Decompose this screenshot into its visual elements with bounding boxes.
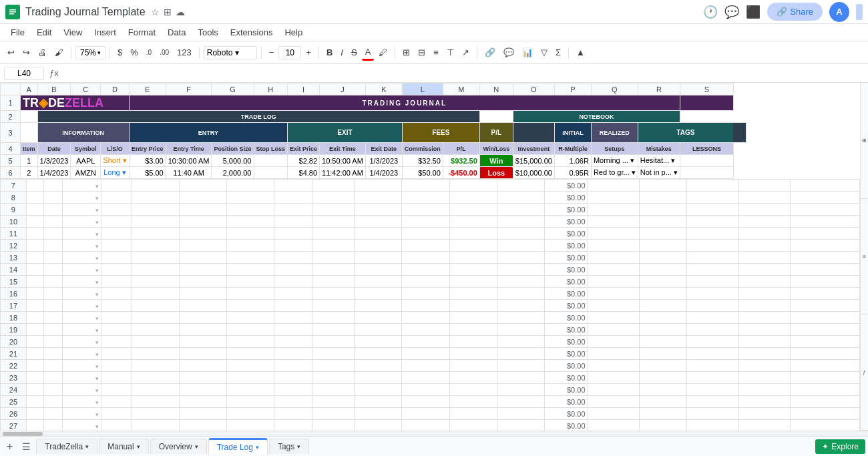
italic-button[interactable]: I bbox=[337, 45, 347, 59]
tab-tags[interactable]: Tags ▾ bbox=[269, 439, 309, 454]
user-avatar[interactable]: A bbox=[829, 2, 849, 22]
filter-button[interactable]: ▽ bbox=[537, 45, 551, 59]
right-panel-toggle[interactable] bbox=[856, 4, 863, 20]
scrollbar-thumb[interactable] bbox=[3, 432, 43, 436]
explore-button[interactable]: ✦ Explore bbox=[815, 439, 865, 454]
tab-overview-arrow: ▾ bbox=[195, 443, 198, 450]
pl-header: P/L bbox=[479, 123, 513, 143]
table-row: 10▾$0.00 bbox=[1, 216, 860, 228]
undo-button[interactable]: ↩ bbox=[4, 45, 18, 59]
text-rotate-button[interactable]: ↗ bbox=[459, 45, 473, 59]
spreadsheet-table: A B C D E F G H I J K L M N O bbox=[0, 83, 747, 179]
menu-data[interactable]: Data bbox=[162, 25, 191, 39]
sidebar-formula-btn[interactable]: ƒ bbox=[861, 314, 868, 431]
history-icon[interactable]: 🕐 bbox=[703, 5, 718, 19]
decimal-less-button[interactable]: .0 bbox=[143, 47, 155, 58]
table-row: 22▾$0.00 bbox=[1, 360, 860, 372]
menu-view[interactable]: View bbox=[58, 25, 87, 39]
add-sheet-button[interactable]: + bbox=[3, 438, 17, 455]
formula-input[interactable] bbox=[64, 69, 864, 78]
comment-icon[interactable]: 💬 bbox=[724, 5, 739, 19]
font-size-input[interactable]: 10 bbox=[278, 46, 301, 59]
collapse-toolbar[interactable]: ▲ bbox=[573, 45, 588, 59]
sheet-menu-button[interactable]: ☰ bbox=[18, 439, 35, 455]
table-row: 8▾$0.00 bbox=[1, 192, 860, 204]
horizontal-scrollbar[interactable] bbox=[0, 431, 868, 436]
redo-button[interactable]: ↪ bbox=[19, 45, 33, 59]
table-row: 25▾$0.00 bbox=[1, 396, 860, 408]
fees-header: FEES bbox=[402, 123, 479, 143]
cell-reference-input[interactable] bbox=[4, 67, 44, 80]
chart-button[interactable]: 📊 bbox=[519, 45, 536, 59]
table-row: 3 INFORMATION ENTRY EXIT FEES P/L INITIA… bbox=[1, 123, 747, 143]
menu-bar: File Edit View Insert Format Data Tools … bbox=[0, 24, 868, 41]
font-size-decrease[interactable]: − bbox=[266, 45, 278, 59]
menu-insert[interactable]: Insert bbox=[89, 25, 122, 39]
initial-header: INITIAL bbox=[554, 123, 591, 143]
col-commission: Commission bbox=[402, 143, 443, 155]
percent-button[interactable]: % bbox=[127, 45, 142, 59]
col-lessons: LESSONS bbox=[680, 143, 733, 155]
decimal-more-button[interactable]: .00 bbox=[156, 47, 172, 58]
font-selector[interactable]: Roboto ▾ bbox=[204, 46, 257, 59]
table-row: 21▾$0.00 bbox=[1, 348, 860, 360]
winloss-header bbox=[513, 123, 554, 143]
text-color-button[interactable]: A bbox=[362, 45, 375, 61]
tab-overview[interactable]: Overview ▾ bbox=[150, 439, 207, 454]
print-button[interactable]: 🖨 bbox=[35, 45, 50, 59]
star-icon[interactable]: ☆ bbox=[151, 7, 160, 17]
number-format-button[interactable]: 123 bbox=[174, 45, 195, 59]
menu-format[interactable]: Format bbox=[123, 25, 161, 39]
tags-header: TAGS bbox=[638, 123, 733, 143]
menu-help[interactable]: Help bbox=[279, 25, 308, 39]
col-pl: P/L bbox=[443, 143, 479, 155]
table-row: 27▾$0.00 bbox=[1, 420, 860, 431]
logo-cell: TR◈DEZELLA bbox=[21, 95, 130, 111]
menu-extensions[interactable]: Extensions bbox=[225, 25, 278, 39]
menu-edit[interactable]: Edit bbox=[31, 25, 57, 39]
table-row: 9▾$0.00 bbox=[1, 204, 860, 216]
document-title: Trading Journal Template bbox=[25, 6, 146, 18]
share-button[interactable]: 🔗 Share bbox=[767, 3, 823, 21]
tab-tradezella[interactable]: TradeZella ▾ bbox=[36, 439, 97, 454]
col-item: Item bbox=[21, 143, 38, 155]
col-date: Date bbox=[37, 143, 71, 155]
table-row: 5 1 1/3/2023 AAPL Short ▾ $3.00 10:30:00… bbox=[1, 155, 747, 167]
font-size-increase[interactable]: + bbox=[302, 45, 314, 59]
link-button[interactable]: 🔗 bbox=[481, 45, 499, 59]
comment-button[interactable]: 💬 bbox=[500, 45, 517, 59]
cloud-icon[interactable]: ☁ bbox=[176, 7, 185, 17]
currency-button[interactable]: $ bbox=[114, 45, 126, 59]
formula-bar: ƒx bbox=[0, 64, 868, 83]
table-row: 17▾$0.00 bbox=[1, 300, 860, 312]
function-button[interactable]: Σ bbox=[552, 45, 564, 59]
bold-button[interactable]: B bbox=[323, 45, 336, 59]
sidebar-data-btn[interactable]: ≡ bbox=[861, 199, 868, 315]
explore-icon: ✦ bbox=[822, 442, 829, 451]
highlight-button[interactable]: 🖊 bbox=[375, 45, 391, 59]
table-row: 7▾$0.00 bbox=[1, 180, 860, 192]
table-row: 2 TRADE LOG NOTEBOOK bbox=[1, 111, 747, 123]
tab-manual[interactable]: Manual ▾ bbox=[99, 439, 148, 454]
tab-trade-log[interactable]: Trade Log ▾ bbox=[208, 438, 268, 455]
slides-icon[interactable]: ⊞ bbox=[164, 7, 172, 17]
table-row: 26▾$0.00 bbox=[1, 408, 860, 420]
menu-tools[interactable]: Tools bbox=[192, 25, 223, 39]
table-row: 23▾$0.00 bbox=[1, 372, 860, 384]
merge-button[interactable]: ⊟ bbox=[415, 45, 429, 59]
empty-rows-table: 7▾$0.008▾$0.009▾$0.0010▾$0.0011▾$0.0012▾… bbox=[0, 179, 860, 431]
spreadsheet-scroll[interactable]: A B C D E F G H I J K L M N O bbox=[0, 83, 860, 431]
col-exit-time: Exit Time bbox=[320, 143, 366, 155]
present-icon[interactable]: ⬛ bbox=[746, 5, 761, 19]
fx-icon: ƒx bbox=[47, 68, 61, 78]
information-header: INFORMATION bbox=[37, 123, 129, 143]
align-h-button[interactable]: ≡ bbox=[430, 45, 442, 59]
sidebar-format-btn[interactable]: ⊞ bbox=[861, 83, 868, 199]
strikethrough-button[interactable]: S bbox=[348, 45, 361, 59]
zoom-control[interactable]: 75% ▾ bbox=[75, 46, 105, 59]
menu-file[interactable]: File bbox=[5, 25, 30, 39]
align-v-button[interactable]: ⊤ bbox=[443, 45, 457, 59]
paintformat-button[interactable]: 🖌 bbox=[51, 45, 67, 59]
borders-button[interactable]: ⊞ bbox=[399, 45, 413, 59]
col-entry-price: Entry Price bbox=[129, 143, 166, 155]
